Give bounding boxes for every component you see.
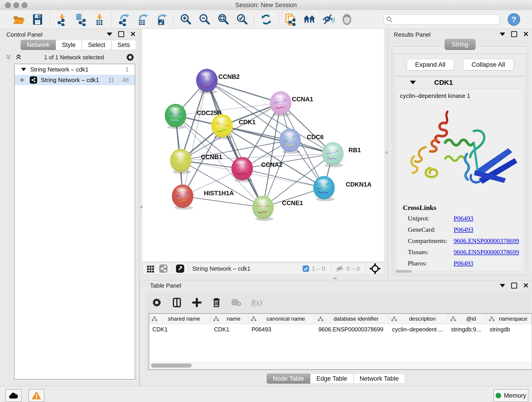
import-table-file-icon[interactable] bbox=[93, 13, 106, 26]
panel-close-icon[interactable]: ✕ bbox=[523, 32, 529, 36]
cell-namespace[interactable]: stringdb bbox=[486, 326, 532, 333]
crosslink-link[interactable]: P06493 bbox=[454, 215, 473, 222]
node-CCNB2[interactable]: CCNB2 bbox=[196, 69, 240, 94]
tab-network[interactable]: Network bbox=[21, 40, 56, 50]
hidden-eye-icon[interactable] bbox=[335, 265, 344, 273]
selected-checkbox-icon[interactable] bbox=[302, 265, 310, 272]
node-RB1[interactable]: RB1 bbox=[322, 142, 361, 167]
tab-select[interactable]: Select bbox=[82, 40, 111, 50]
export-image-icon[interactable] bbox=[154, 13, 168, 26]
scrollbar-thumb[interactable] bbox=[151, 364, 192, 368]
show-hidden-icon[interactable] bbox=[340, 13, 354, 26]
panel-float-icon[interactable] bbox=[511, 31, 517, 37]
import-network-database-icon[interactable] bbox=[74, 13, 88, 26]
tab-style[interactable]: Style bbox=[56, 40, 82, 50]
horizontal-splitter-handle[interactable] bbox=[333, 277, 337, 279]
cell-database-identifier[interactable]: 9606.ENSP00000378699 bbox=[315, 326, 389, 333]
zoom-out-icon[interactable] bbox=[197, 13, 211, 26]
crosslink-link[interactable]: 9606.ENSP00000378699 bbox=[454, 249, 519, 256]
cell-canonical-name[interactable]: P06493 bbox=[248, 326, 315, 333]
table-gear-icon[interactable] bbox=[152, 297, 162, 308]
cloud-button[interactable] bbox=[6, 389, 22, 402]
column-header-shared-name[interactable]: shared name bbox=[149, 314, 211, 324]
hide-selected-icon[interactable] bbox=[321, 13, 335, 26]
import-network-file-icon[interactable] bbox=[55, 13, 69, 26]
memory-button[interactable]: Memory bbox=[494, 389, 528, 402]
save-session-icon[interactable] bbox=[31, 13, 44, 26]
collapse-all-icon[interactable] bbox=[5, 53, 12, 61]
delete-column-icon[interactable] bbox=[211, 297, 222, 308]
grid-view-icon[interactable] bbox=[146, 264, 155, 273]
search-input[interactable] bbox=[393, 16, 499, 23]
fit-selected-crosshair-icon[interactable] bbox=[370, 263, 380, 274]
column-header-description[interactable]: description bbox=[389, 314, 448, 324]
cell-shared-name[interactable]: CDK1 bbox=[149, 326, 211, 333]
table-row[interactable]: CDK1CDK1P064939606.ENSP00000378699cyclin… bbox=[149, 324, 532, 335]
network-canvas[interactable]: CCNB2CCNA1CDC25BCDK1CDC6RB1CCNB1CCNA2CDK… bbox=[143, 29, 384, 261]
collapse-all-button[interactable]: Collapse All bbox=[463, 59, 513, 70]
expand-all-button[interactable]: Expand All bbox=[407, 59, 454, 70]
panel-menu-icon[interactable] bbox=[500, 32, 505, 36]
column-header-database-identifier[interactable]: database identifier bbox=[315, 314, 389, 324]
tree-collapse-icon[interactable] bbox=[21, 68, 26, 71]
node-CDKN1A[interactable]: CDKN1A bbox=[313, 176, 372, 201]
refresh-layout-icon[interactable] bbox=[259, 13, 273, 26]
zoom-selected-icon[interactable] bbox=[235, 13, 249, 26]
node-CCNA1[interactable]: CCNA1 bbox=[270, 91, 313, 116]
warning-icon bbox=[32, 391, 41, 400]
panel-float-icon[interactable] bbox=[511, 283, 517, 288]
cell-description[interactable]: cyclin–dependent ... bbox=[389, 326, 448, 333]
node-CCNB1[interactable]: CCNB1 bbox=[170, 149, 222, 174]
results-scrollbar-thumb[interactable] bbox=[396, 270, 412, 273]
node-label-CDKN1A: CDKN1A bbox=[346, 181, 372, 188]
open-session-icon[interactable] bbox=[12, 13, 26, 26]
tab-network-table[interactable]: Network Table bbox=[354, 374, 405, 384]
table-horizontal-scrollbar[interactable] bbox=[150, 362, 531, 369]
export-table-icon[interactable] bbox=[136, 13, 149, 26]
column-header--id[interactable]: @id bbox=[448, 314, 486, 324]
panel-menu-icon[interactable] bbox=[500, 284, 505, 287]
network-row[interactable]: String Network – cdk1 11 48 bbox=[15, 75, 135, 85]
cloud-icon bbox=[9, 392, 18, 399]
tab-string[interactable]: String bbox=[444, 39, 475, 50]
column-header-canonical-name[interactable]: canonical name bbox=[248, 314, 315, 324]
crosslink-link[interactable]: 9606.ENSP00000378699 bbox=[454, 237, 519, 245]
node-HIST1H1A[interactable]: HIST1H1A bbox=[172, 185, 234, 210]
string-style-icon[interactable] bbox=[159, 264, 168, 273]
warning-button[interactable] bbox=[28, 389, 44, 402]
cell-name[interactable]: CDK1 bbox=[211, 326, 248, 333]
panel-float-icon[interactable] bbox=[118, 31, 124, 37]
column-header-namespace[interactable]: namespace bbox=[486, 314, 532, 324]
show-columns-icon[interactable] bbox=[172, 297, 182, 308]
tab-edge-table[interactable]: Edge Table bbox=[310, 374, 354, 384]
control-panel: Control Panel ✕ Network Style Select Set… bbox=[0, 29, 139, 386]
duplicate-network-icon[interactable] bbox=[284, 13, 298, 26]
birds-eye-view-icon[interactable] bbox=[176, 264, 185, 273]
search-box[interactable] bbox=[384, 14, 500, 25]
expand-all-icon[interactable] bbox=[15, 53, 22, 61]
tab-node-table[interactable]: Node Table bbox=[267, 374, 310, 384]
cell--id[interactable]: stringdb:9... bbox=[448, 326, 486, 333]
network-overview-icon[interactable] bbox=[302, 13, 316, 26]
gene-description: cyclin–dependent kinase 1 bbox=[396, 89, 524, 99]
panel-close-icon[interactable]: ✕ bbox=[523, 283, 529, 288]
crosslink-link[interactable]: P06493 bbox=[454, 226, 473, 233]
zoom-fit-icon[interactable] bbox=[216, 13, 230, 26]
node-CCNE1[interactable]: CCNE1 bbox=[252, 196, 303, 221]
network-collection-row[interactable]: String Network – cdk1 1 bbox=[15, 64, 135, 75]
crosslink-link[interactable]: P06493 bbox=[454, 260, 473, 267]
panel-close-icon[interactable]: ✕ bbox=[130, 32, 136, 36]
delete-table-icon[interactable] bbox=[231, 298, 242, 307]
crosslink-row: Pharos:P06493 bbox=[403, 260, 519, 267]
gear-icon[interactable] bbox=[126, 53, 135, 62]
zoom-in-icon[interactable] bbox=[179, 13, 192, 26]
column-header-name[interactable]: name bbox=[211, 314, 248, 324]
add-column-icon[interactable] bbox=[192, 298, 202, 307]
gene-collapse-icon[interactable] bbox=[410, 81, 416, 84]
panel-menu-icon[interactable] bbox=[107, 32, 112, 36]
left-splitter-handle[interactable] bbox=[140, 206, 143, 208]
help-icon[interactable]: ? bbox=[508, 13, 520, 26]
tab-sets[interactable]: Sets bbox=[111, 40, 136, 50]
export-network-icon[interactable] bbox=[117, 13, 131, 26]
node-CDK1[interactable]: CDK1 bbox=[211, 114, 256, 139]
